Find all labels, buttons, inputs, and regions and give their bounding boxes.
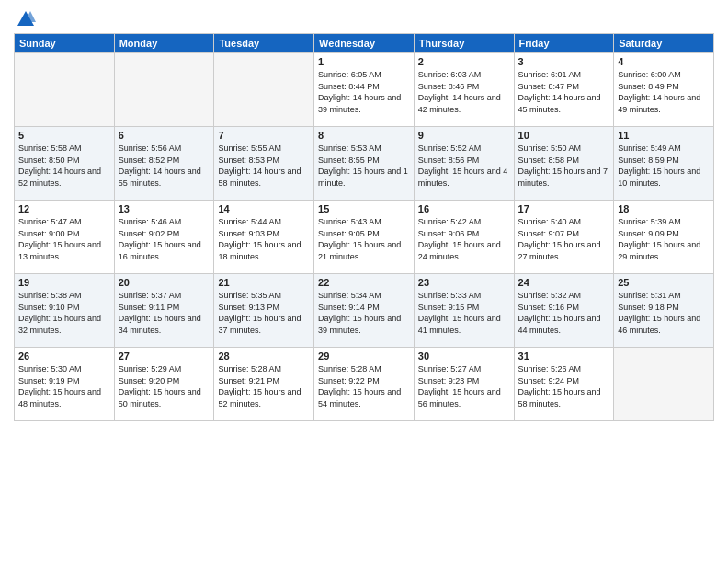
day-number: 20 (119, 277, 210, 288)
calendar-cell: 9Sunrise: 5:52 AMSunset: 8:56 PMDaylight… (414, 127, 514, 201)
day-number: 15 (318, 203, 410, 214)
calendar-cell (114, 53, 214, 127)
calendar-cell: 12Sunrise: 5:47 AMSunset: 9:00 PMDayligh… (15, 201, 115, 274)
day-info: Sunrise: 5:44 AMSunset: 9:03 PMDaylight:… (218, 216, 310, 262)
day-info: Sunrise: 5:52 AMSunset: 8:56 PMDaylight:… (418, 143, 510, 189)
day-info: Sunrise: 5:34 AMSunset: 9:14 PMDaylight:… (318, 290, 410, 336)
day-info: Sunrise: 5:43 AMSunset: 9:05 PMDaylight:… (318, 216, 410, 262)
day-info: Sunrise: 5:38 AMSunset: 9:10 PMDaylight:… (18, 290, 110, 336)
calendar-cell: 20Sunrise: 5:37 AMSunset: 9:11 PMDayligh… (114, 274, 214, 348)
calendar-cell: 3Sunrise: 6:01 AMSunset: 8:47 PMDaylight… (514, 53, 614, 127)
calendar-cell: 25Sunrise: 5:31 AMSunset: 9:18 PMDayligh… (614, 274, 714, 348)
day-number: 8 (318, 130, 410, 141)
day-number: 16 (418, 203, 510, 214)
week-row-4: 19Sunrise: 5:38 AMSunset: 9:10 PMDayligh… (15, 274, 714, 348)
calendar-cell: 22Sunrise: 5:34 AMSunset: 9:14 PMDayligh… (314, 274, 415, 348)
day-info: Sunrise: 5:30 AMSunset: 9:19 PMDaylight:… (18, 363, 110, 409)
day-number: 9 (418, 130, 510, 141)
calendar-cell: 16Sunrise: 5:42 AMSunset: 9:06 PMDayligh… (414, 201, 514, 274)
day-number: 18 (618, 203, 710, 214)
calendar-cell: 11Sunrise: 5:49 AMSunset: 8:59 PMDayligh… (614, 127, 714, 201)
calendar-cell: 29Sunrise: 5:28 AMSunset: 9:22 PMDayligh… (314, 348, 415, 421)
calendar-cell: 1Sunrise: 6:05 AMSunset: 8:44 PMDaylight… (314, 53, 415, 127)
calendar-cell: 10Sunrise: 5:50 AMSunset: 8:58 PMDayligh… (514, 127, 614, 201)
day-number: 12 (18, 203, 110, 214)
day-number: 4 (618, 56, 710, 67)
calendar-cell: 30Sunrise: 5:27 AMSunset: 9:23 PMDayligh… (414, 348, 514, 421)
day-info: Sunrise: 5:32 AMSunset: 9:16 PMDaylight:… (518, 290, 610, 336)
day-number: 1 (318, 56, 410, 67)
weekday-header-tuesday: Tuesday (214, 34, 314, 53)
calendar-cell: 7Sunrise: 5:55 AMSunset: 8:53 PMDaylight… (214, 127, 314, 201)
day-number: 30 (418, 350, 510, 362)
day-number: 23 (418, 277, 510, 288)
day-info: Sunrise: 5:55 AMSunset: 8:53 PMDaylight:… (218, 143, 310, 189)
calendar-cell: 23Sunrise: 5:33 AMSunset: 9:15 PMDayligh… (414, 274, 514, 348)
day-number: 2 (418, 56, 510, 67)
day-number: 17 (518, 203, 610, 214)
day-info: Sunrise: 5:40 AMSunset: 9:07 PMDaylight:… (518, 216, 610, 262)
day-info: Sunrise: 6:00 AMSunset: 8:49 PMDaylight:… (618, 69, 710, 115)
calendar-cell: 18Sunrise: 5:39 AMSunset: 9:09 PMDayligh… (614, 201, 714, 274)
day-info: Sunrise: 5:28 AMSunset: 9:21 PMDaylight:… (218, 363, 310, 409)
calendar-cell: 24Sunrise: 5:32 AMSunset: 9:16 PMDayligh… (514, 274, 614, 348)
day-number: 22 (318, 277, 410, 288)
calendar-cell: 14Sunrise: 5:44 AMSunset: 9:03 PMDayligh… (214, 201, 314, 274)
day-number: 7 (218, 130, 310, 141)
week-row-5: 26Sunrise: 5:30 AMSunset: 9:19 PMDayligh… (15, 348, 714, 421)
weekday-header-row: SundayMondayTuesdayWednesdayThursdayFrid… (15, 34, 714, 53)
calendar-table: SundayMondayTuesdayWednesdayThursdayFrid… (14, 33, 714, 421)
calendar-cell: 6Sunrise: 5:56 AMSunset: 8:52 PMDaylight… (114, 127, 214, 201)
day-info: Sunrise: 5:39 AMSunset: 9:09 PMDaylight:… (618, 216, 710, 262)
day-number: 21 (218, 277, 310, 288)
day-info: Sunrise: 5:53 AMSunset: 8:55 PMDaylight:… (318, 143, 410, 189)
weekday-header-sunday: Sunday (15, 34, 115, 53)
calendar-cell: 21Sunrise: 5:35 AMSunset: 9:13 PMDayligh… (214, 274, 314, 348)
week-row-1: 1Sunrise: 6:05 AMSunset: 8:44 PMDaylight… (15, 53, 714, 127)
day-number: 5 (18, 130, 110, 141)
weekday-header-friday: Friday (514, 34, 614, 53)
day-number: 26 (18, 350, 110, 362)
calendar-cell: 4Sunrise: 6:00 AMSunset: 8:49 PMDaylight… (614, 53, 714, 127)
day-info: Sunrise: 5:28 AMSunset: 9:22 PMDaylight:… (318, 363, 410, 409)
calendar-cell (214, 53, 314, 127)
day-number: 27 (119, 350, 210, 362)
day-info: Sunrise: 5:47 AMSunset: 9:00 PMDaylight:… (18, 216, 110, 262)
day-number: 31 (518, 350, 610, 362)
day-number: 29 (318, 350, 410, 362)
day-number: 11 (618, 130, 710, 141)
day-info: Sunrise: 5:42 AMSunset: 9:06 PMDaylight:… (418, 216, 510, 262)
day-number: 14 (218, 203, 310, 214)
day-info: Sunrise: 6:01 AMSunset: 8:47 PMDaylight:… (518, 69, 610, 115)
calendar-cell: 5Sunrise: 5:58 AMSunset: 8:50 PMDaylight… (15, 127, 115, 201)
day-number: 24 (518, 277, 610, 288)
day-info: Sunrise: 5:35 AMSunset: 9:13 PMDaylight:… (218, 290, 310, 336)
day-info: Sunrise: 5:50 AMSunset: 8:58 PMDaylight:… (518, 143, 610, 189)
day-info: Sunrise: 5:49 AMSunset: 8:59 PMDaylight:… (618, 143, 710, 189)
day-info: Sunrise: 5:31 AMSunset: 9:18 PMDaylight:… (618, 290, 710, 336)
weekday-header-monday: Monday (114, 34, 214, 53)
calendar-cell: 19Sunrise: 5:38 AMSunset: 9:10 PMDayligh… (15, 274, 115, 348)
day-number: 6 (119, 130, 210, 141)
calendar-cell: 15Sunrise: 5:43 AMSunset: 9:05 PMDayligh… (314, 201, 415, 274)
day-info: Sunrise: 5:56 AMSunset: 8:52 PMDaylight:… (119, 143, 210, 189)
day-number: 28 (218, 350, 310, 362)
header (14, 9, 714, 26)
day-number: 10 (518, 130, 610, 141)
day-info: Sunrise: 5:37 AMSunset: 9:11 PMDaylight:… (119, 290, 210, 336)
day-info: Sunrise: 5:27 AMSunset: 9:23 PMDaylight:… (418, 363, 510, 409)
calendar-cell: 27Sunrise: 5:29 AMSunset: 9:20 PMDayligh… (114, 348, 214, 421)
calendar-cell: 31Sunrise: 5:26 AMSunset: 9:24 PMDayligh… (514, 348, 614, 421)
calendar-cell: 13Sunrise: 5:46 AMSunset: 9:02 PMDayligh… (114, 201, 214, 274)
calendar-cell: 2Sunrise: 6:03 AMSunset: 8:46 PMDaylight… (414, 53, 514, 127)
day-number: 13 (119, 203, 210, 214)
day-info: Sunrise: 5:29 AMSunset: 9:20 PMDaylight:… (119, 363, 210, 409)
calendar-cell: 17Sunrise: 5:40 AMSunset: 9:07 PMDayligh… (514, 201, 614, 274)
day-number: 25 (618, 277, 710, 288)
week-row-3: 12Sunrise: 5:47 AMSunset: 9:00 PMDayligh… (15, 201, 714, 274)
day-info: Sunrise: 5:26 AMSunset: 9:24 PMDaylight:… (518, 363, 610, 409)
logo (14, 9, 36, 26)
day-info: Sunrise: 5:46 AMSunset: 9:02 PMDaylight:… (119, 216, 210, 262)
logo-icon (16, 9, 36, 29)
day-number: 3 (518, 56, 610, 67)
